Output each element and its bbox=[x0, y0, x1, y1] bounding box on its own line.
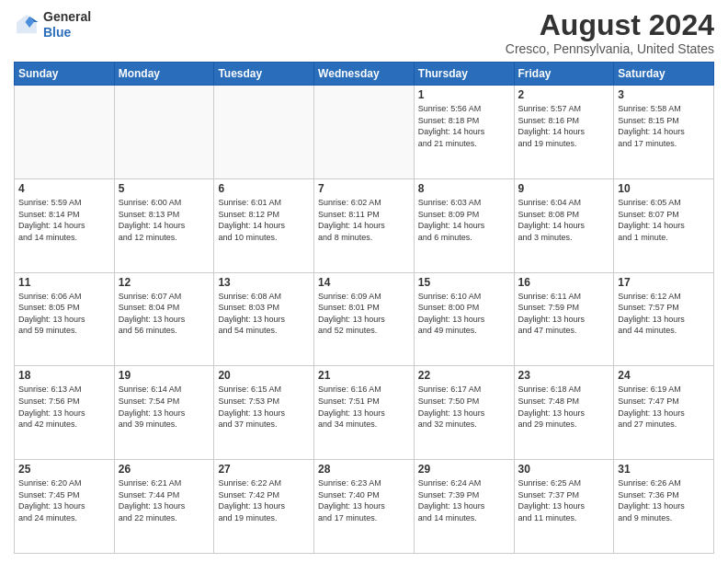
day-info: Sunrise: 6:07 AMSunset: 8:04 PMDaylight:… bbox=[119, 291, 210, 337]
day-cell: 14Sunrise: 6:09 AMSunset: 8:01 PMDayligh… bbox=[314, 272, 415, 366]
day-number: 4 bbox=[18, 182, 110, 195]
day-info: Sunrise: 6:05 AMSunset: 8:07 PMDaylight:… bbox=[618, 197, 710, 243]
day-info: Sunrise: 6:04 AMSunset: 8:08 PMDaylight:… bbox=[518, 197, 610, 243]
day-number: 19 bbox=[119, 369, 210, 382]
day-number: 28 bbox=[318, 463, 410, 476]
day-number: 9 bbox=[518, 182, 610, 195]
day-cell: 19Sunrise: 6:14 AMSunset: 7:54 PMDayligh… bbox=[114, 366, 214, 460]
day-info: Sunrise: 6:00 AMSunset: 8:13 PMDaylight:… bbox=[119, 197, 210, 243]
day-cell: 31Sunrise: 6:26 AMSunset: 7:36 PMDayligh… bbox=[614, 460, 714, 554]
day-info: Sunrise: 6:19 AMSunset: 7:47 PMDaylight:… bbox=[618, 384, 710, 430]
day-number: 29 bbox=[418, 463, 510, 476]
day-cell: 22Sunrise: 6:17 AMSunset: 7:50 PMDayligh… bbox=[414, 366, 514, 460]
day-cell: 16Sunrise: 6:11 AMSunset: 7:59 PMDayligh… bbox=[514, 272, 614, 366]
day-number: 12 bbox=[119, 276, 210, 289]
day-cell: 23Sunrise: 6:18 AMSunset: 7:48 PMDayligh… bbox=[514, 366, 614, 460]
day-info: Sunrise: 6:21 AMSunset: 7:44 PMDaylight:… bbox=[119, 477, 210, 523]
day-number: 24 bbox=[618, 369, 710, 382]
day-cell: 1Sunrise: 5:56 AMSunset: 8:18 PMDaylight… bbox=[414, 86, 514, 179]
main-title: August 2024 bbox=[506, 9, 714, 41]
title-area: August 2024 Cresco, Pennsylvania, United… bbox=[506, 9, 714, 56]
day-cell: 9Sunrise: 6:04 AMSunset: 8:08 PMDaylight… bbox=[514, 178, 614, 272]
day-number: 11 bbox=[18, 276, 110, 289]
day-info: Sunrise: 6:15 AMSunset: 7:53 PMDaylight:… bbox=[218, 384, 310, 430]
day-number: 22 bbox=[418, 369, 510, 382]
day-cell: 6Sunrise: 6:01 AMSunset: 8:12 PMDaylight… bbox=[214, 178, 314, 272]
day-cell: 20Sunrise: 6:15 AMSunset: 7:53 PMDayligh… bbox=[214, 366, 314, 460]
day-cell: 21Sunrise: 6:16 AMSunset: 7:51 PMDayligh… bbox=[314, 366, 415, 460]
day-cell: 5Sunrise: 6:00 AMSunset: 8:13 PMDaylight… bbox=[114, 178, 214, 272]
week-row-0: 1Sunrise: 5:56 AMSunset: 8:18 PMDaylight… bbox=[15, 86, 714, 179]
day-cell: 10Sunrise: 6:05 AMSunset: 8:07 PMDayligh… bbox=[614, 178, 714, 272]
day-cell: 7Sunrise: 6:02 AMSunset: 8:11 PMDaylight… bbox=[314, 178, 415, 272]
logo-icon bbox=[14, 12, 40, 38]
day-number: 5 bbox=[119, 182, 210, 195]
day-cell bbox=[15, 86, 115, 179]
day-number: 30 bbox=[518, 463, 610, 476]
day-number: 3 bbox=[618, 88, 710, 101]
day-cell: 27Sunrise: 6:22 AMSunset: 7:42 PMDayligh… bbox=[214, 460, 314, 554]
day-number: 8 bbox=[418, 182, 510, 195]
day-info: Sunrise: 5:56 AMSunset: 8:18 PMDaylight:… bbox=[418, 103, 510, 149]
col-friday: Friday bbox=[514, 63, 614, 86]
week-row-4: 25Sunrise: 6:20 AMSunset: 7:45 PMDayligh… bbox=[15, 460, 714, 554]
day-info: Sunrise: 5:57 AMSunset: 8:16 PMDaylight:… bbox=[518, 103, 610, 149]
day-info: Sunrise: 6:22 AMSunset: 7:42 PMDaylight:… bbox=[218, 477, 310, 523]
day-number: 1 bbox=[418, 88, 510, 101]
day-info: Sunrise: 5:58 AMSunset: 8:15 PMDaylight:… bbox=[618, 103, 710, 149]
day-cell: 24Sunrise: 6:19 AMSunset: 7:47 PMDayligh… bbox=[614, 366, 714, 460]
day-number: 10 bbox=[618, 182, 710, 195]
col-sunday: Sunday bbox=[15, 63, 115, 86]
day-cell bbox=[214, 86, 314, 179]
day-cell: 11Sunrise: 6:06 AMSunset: 8:05 PMDayligh… bbox=[15, 272, 115, 366]
header: General Blue August 2024 Cresco, Pennsyl… bbox=[14, 9, 714, 56]
col-saturday: Saturday bbox=[614, 63, 714, 86]
day-info: Sunrise: 6:18 AMSunset: 7:48 PMDaylight:… bbox=[518, 384, 610, 430]
logo-text: General Blue bbox=[43, 9, 91, 40]
day-number: 14 bbox=[318, 276, 410, 289]
day-info: Sunrise: 6:26 AMSunset: 7:36 PMDaylight:… bbox=[618, 477, 710, 523]
day-info: Sunrise: 6:13 AMSunset: 7:56 PMDaylight:… bbox=[18, 384, 110, 430]
day-cell: 26Sunrise: 6:21 AMSunset: 7:44 PMDayligh… bbox=[114, 460, 214, 554]
week-row-2: 11Sunrise: 6:06 AMSunset: 8:05 PMDayligh… bbox=[15, 272, 714, 366]
day-info: Sunrise: 6:11 AMSunset: 7:59 PMDaylight:… bbox=[518, 291, 610, 337]
day-number: 31 bbox=[618, 463, 710, 476]
day-cell bbox=[114, 86, 214, 179]
day-number: 2 bbox=[518, 88, 610, 101]
day-number: 16 bbox=[518, 276, 610, 289]
day-info: Sunrise: 5:59 AMSunset: 8:14 PMDaylight:… bbox=[18, 197, 110, 243]
day-cell: 28Sunrise: 6:23 AMSunset: 7:40 PMDayligh… bbox=[314, 460, 415, 554]
day-number: 17 bbox=[618, 276, 710, 289]
day-cell: 3Sunrise: 5:58 AMSunset: 8:15 PMDaylight… bbox=[614, 86, 714, 179]
day-info: Sunrise: 6:23 AMSunset: 7:40 PMDaylight:… bbox=[318, 477, 410, 523]
calendar-table: Sunday Monday Tuesday Wednesday Thursday… bbox=[14, 62, 714, 554]
logo: General Blue bbox=[14, 9, 91, 40]
col-monday: Monday bbox=[114, 63, 214, 86]
day-info: Sunrise: 6:24 AMSunset: 7:39 PMDaylight:… bbox=[418, 477, 510, 523]
header-row: Sunday Monday Tuesday Wednesday Thursday… bbox=[15, 63, 714, 86]
day-info: Sunrise: 6:12 AMSunset: 7:57 PMDaylight:… bbox=[618, 291, 710, 337]
col-tuesday: Tuesday bbox=[214, 63, 314, 86]
logo-blue: Blue bbox=[43, 25, 71, 40]
day-info: Sunrise: 6:14 AMSunset: 7:54 PMDaylight:… bbox=[119, 384, 210, 430]
day-cell bbox=[314, 86, 415, 179]
day-number: 27 bbox=[218, 463, 310, 476]
day-info: Sunrise: 6:03 AMSunset: 8:09 PMDaylight:… bbox=[418, 197, 510, 243]
day-number: 13 bbox=[218, 276, 310, 289]
col-thursday: Thursday bbox=[414, 63, 514, 86]
day-cell: 30Sunrise: 6:25 AMSunset: 7:37 PMDayligh… bbox=[514, 460, 614, 554]
week-row-1: 4Sunrise: 5:59 AMSunset: 8:14 PMDaylight… bbox=[15, 178, 714, 272]
day-info: Sunrise: 6:01 AMSunset: 8:12 PMDaylight:… bbox=[218, 197, 310, 243]
day-cell: 13Sunrise: 6:08 AMSunset: 8:03 PMDayligh… bbox=[214, 272, 314, 366]
day-info: Sunrise: 6:20 AMSunset: 7:45 PMDaylight:… bbox=[18, 477, 110, 523]
day-cell: 4Sunrise: 5:59 AMSunset: 8:14 PMDaylight… bbox=[15, 178, 115, 272]
day-number: 15 bbox=[418, 276, 510, 289]
week-row-3: 18Sunrise: 6:13 AMSunset: 7:56 PMDayligh… bbox=[15, 366, 714, 460]
page: General Blue August 2024 Cresco, Pennsyl… bbox=[0, 0, 728, 563]
svg-marker-0 bbox=[17, 15, 37, 33]
day-info: Sunrise: 6:08 AMSunset: 8:03 PMDaylight:… bbox=[218, 291, 310, 337]
day-info: Sunrise: 6:16 AMSunset: 7:51 PMDaylight:… bbox=[318, 384, 410, 430]
day-cell: 8Sunrise: 6:03 AMSunset: 8:09 PMDaylight… bbox=[414, 178, 514, 272]
day-info: Sunrise: 6:06 AMSunset: 8:05 PMDaylight:… bbox=[18, 291, 110, 337]
day-cell: 17Sunrise: 6:12 AMSunset: 7:57 PMDayligh… bbox=[614, 272, 714, 366]
